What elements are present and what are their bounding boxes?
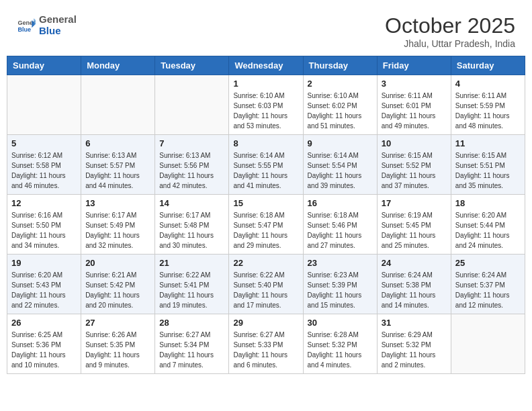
calendar-cell: 7Sunrise: 6:13 AMSunset: 5:56 PMDaylight… xyxy=(155,135,229,195)
calendar-cell: 18Sunrise: 6:20 AMSunset: 5:44 PMDayligh… xyxy=(451,195,525,255)
day-number: 27 xyxy=(85,318,150,328)
calendar-cell: 3Sunrise: 6:11 AMSunset: 6:01 PMDaylight… xyxy=(377,75,451,135)
calendar-cell: 6Sunrise: 6:13 AMSunset: 5:57 PMDaylight… xyxy=(81,135,155,195)
calendar-cell: 27Sunrise: 6:26 AMSunset: 5:35 PMDayligh… xyxy=(81,314,155,374)
day-number: 17 xyxy=(382,198,447,208)
day-number: 21 xyxy=(159,258,224,268)
weekday-header-thursday: Thursday xyxy=(303,56,377,75)
day-number: 2 xyxy=(308,79,373,89)
day-number: 25 xyxy=(455,258,521,268)
weekday-header-friday: Friday xyxy=(377,56,451,75)
day-number: 8 xyxy=(233,138,298,148)
weekday-header-monday: Monday xyxy=(81,56,155,75)
page-header: General Blue General Blue October 2025 J… xyxy=(7,7,525,52)
calendar-cell: 22Sunrise: 6:22 AMSunset: 5:40 PMDayligh… xyxy=(229,255,303,314)
svg-text:Blue: Blue xyxy=(17,26,31,33)
calendar-cell: 2Sunrise: 6:10 AMSunset: 6:02 PMDaylight… xyxy=(303,75,377,135)
day-number: 11 xyxy=(455,138,521,148)
day-info: Sunrise: 6:18 AMSunset: 5:46 PMDaylight:… xyxy=(308,210,373,250)
day-info: Sunrise: 6:11 AMSunset: 5:59 PMDaylight:… xyxy=(455,91,521,131)
day-info: Sunrise: 6:24 AMSunset: 5:37 PMDaylight:… xyxy=(455,270,521,310)
calendar-cell: 16Sunrise: 6:18 AMSunset: 5:46 PMDayligh… xyxy=(303,195,377,255)
calendar-cell: 4Sunrise: 6:11 AMSunset: 5:59 PMDaylight… xyxy=(451,75,525,135)
calendar-week-row: 12Sunrise: 6:16 AMSunset: 5:50 PMDayligh… xyxy=(7,195,525,255)
day-info: Sunrise: 6:27 AMSunset: 5:33 PMDaylight:… xyxy=(233,330,298,370)
day-info: Sunrise: 6:13 AMSunset: 5:57 PMDaylight:… xyxy=(85,150,150,191)
day-info: Sunrise: 6:23 AMSunset: 5:39 PMDaylight:… xyxy=(308,270,373,310)
calendar-cell: 29Sunrise: 6:27 AMSunset: 5:33 PMDayligh… xyxy=(229,314,303,374)
day-info: Sunrise: 6:28 AMSunset: 5:32 PMDaylight:… xyxy=(308,330,373,370)
day-info: Sunrise: 6:24 AMSunset: 5:38 PMDaylight:… xyxy=(382,270,447,310)
day-number: 13 xyxy=(85,198,150,208)
logo: General Blue General Blue xyxy=(17,13,77,36)
calendar-cell: 30Sunrise: 6:28 AMSunset: 5:32 PMDayligh… xyxy=(303,314,377,374)
day-info: Sunrise: 6:21 AMSunset: 5:42 PMDaylight:… xyxy=(85,270,150,310)
day-info: Sunrise: 6:13 AMSunset: 5:56 PMDaylight:… xyxy=(159,150,224,191)
calendar-cell: 15Sunrise: 6:18 AMSunset: 5:47 PMDayligh… xyxy=(229,195,303,255)
calendar-cell: 23Sunrise: 6:23 AMSunset: 5:39 PMDayligh… xyxy=(303,255,377,314)
calendar-cell xyxy=(7,75,81,135)
weekday-header-tuesday: Tuesday xyxy=(155,56,229,75)
day-info: Sunrise: 6:17 AMSunset: 5:48 PMDaylight:… xyxy=(159,210,224,250)
day-number: 20 xyxy=(85,258,150,268)
day-info: Sunrise: 6:14 AMSunset: 5:54 PMDaylight:… xyxy=(308,150,373,191)
calendar-cell: 21Sunrise: 6:22 AMSunset: 5:41 PMDayligh… xyxy=(155,255,229,314)
day-number: 26 xyxy=(11,318,77,328)
day-info: Sunrise: 6:27 AMSunset: 5:34 PMDaylight:… xyxy=(159,330,224,370)
calendar-cell xyxy=(451,314,525,374)
day-info: Sunrise: 6:17 AMSunset: 5:49 PMDaylight:… xyxy=(85,210,150,250)
day-number: 18 xyxy=(455,198,521,208)
calendar-cell: 24Sunrise: 6:24 AMSunset: 5:38 PMDayligh… xyxy=(377,255,451,314)
day-number: 16 xyxy=(308,198,373,208)
day-info: Sunrise: 6:18 AMSunset: 5:47 PMDaylight:… xyxy=(233,210,298,250)
day-number: 9 xyxy=(308,138,373,148)
day-number: 22 xyxy=(233,258,298,268)
title-block: October 2025 Jhalu, Uttar Pradesh, India xyxy=(385,13,515,49)
calendar-week-row: 26Sunrise: 6:25 AMSunset: 5:36 PMDayligh… xyxy=(7,314,525,374)
calendar-week-row: 1Sunrise: 6:10 AMSunset: 6:03 PMDaylight… xyxy=(7,75,525,135)
calendar-cell: 28Sunrise: 6:27 AMSunset: 5:34 PMDayligh… xyxy=(155,314,229,374)
day-info: Sunrise: 6:16 AMSunset: 5:50 PMDaylight:… xyxy=(11,210,77,250)
day-info: Sunrise: 6:22 AMSunset: 5:40 PMDaylight:… xyxy=(233,270,298,310)
calendar-cell: 11Sunrise: 6:15 AMSunset: 5:51 PMDayligh… xyxy=(451,135,525,195)
calendar-cell: 26Sunrise: 6:25 AMSunset: 5:36 PMDayligh… xyxy=(7,314,81,374)
calendar-cell: 19Sunrise: 6:20 AMSunset: 5:43 PMDayligh… xyxy=(7,255,81,314)
calendar-cell xyxy=(81,75,155,135)
calendar-cell: 5Sunrise: 6:12 AMSunset: 5:58 PMDaylight… xyxy=(7,135,81,195)
weekday-header-sunday: Sunday xyxy=(7,56,81,75)
calendar-cell: 8Sunrise: 6:14 AMSunset: 5:55 PMDaylight… xyxy=(229,135,303,195)
day-info: Sunrise: 6:26 AMSunset: 5:35 PMDaylight:… xyxy=(85,330,150,370)
day-info: Sunrise: 6:20 AMSunset: 5:44 PMDaylight:… xyxy=(455,210,521,250)
calendar-cell: 12Sunrise: 6:16 AMSunset: 5:50 PMDayligh… xyxy=(7,195,81,255)
weekday-header-wednesday: Wednesday xyxy=(229,56,303,75)
day-number: 24 xyxy=(382,258,447,268)
location: Jhalu, Uttar Pradesh, India xyxy=(385,38,515,49)
logo-icon: General Blue xyxy=(17,15,36,34)
day-number: 28 xyxy=(159,318,224,328)
day-info: Sunrise: 6:25 AMSunset: 5:36 PMDaylight:… xyxy=(11,330,77,370)
day-info: Sunrise: 6:12 AMSunset: 5:58 PMDaylight:… xyxy=(11,150,77,191)
day-number: 23 xyxy=(308,258,373,268)
day-number: 15 xyxy=(233,198,298,208)
day-info: Sunrise: 6:11 AMSunset: 6:01 PMDaylight:… xyxy=(382,91,447,131)
day-info: Sunrise: 6:20 AMSunset: 5:43 PMDaylight:… xyxy=(11,270,77,310)
logo-general-text: General xyxy=(39,13,77,25)
day-number: 31 xyxy=(382,318,447,328)
day-number: 29 xyxy=(233,318,298,328)
day-info: Sunrise: 6:29 AMSunset: 5:32 PMDaylight:… xyxy=(382,330,447,370)
day-number: 4 xyxy=(455,79,521,89)
calendar-cell: 10Sunrise: 6:15 AMSunset: 5:52 PMDayligh… xyxy=(377,135,451,195)
day-number: 3 xyxy=(382,79,447,89)
day-number: 30 xyxy=(308,318,373,328)
day-number: 10 xyxy=(382,138,447,148)
calendar-week-row: 19Sunrise: 6:20 AMSunset: 5:43 PMDayligh… xyxy=(7,255,525,314)
calendar-cell: 13Sunrise: 6:17 AMSunset: 5:49 PMDayligh… xyxy=(81,195,155,255)
calendar-cell: 25Sunrise: 6:24 AMSunset: 5:37 PMDayligh… xyxy=(451,255,525,314)
day-number: 19 xyxy=(11,258,77,268)
logo-blue-text: Blue xyxy=(39,25,77,36)
day-info: Sunrise: 6:14 AMSunset: 5:55 PMDaylight:… xyxy=(233,150,298,191)
calendar-cell: 9Sunrise: 6:14 AMSunset: 5:54 PMDaylight… xyxy=(303,135,377,195)
calendar-cell xyxy=(155,75,229,135)
day-info: Sunrise: 6:22 AMSunset: 5:41 PMDaylight:… xyxy=(159,270,224,310)
calendar-table: SundayMondayTuesdayWednesdayThursdayFrid… xyxy=(7,56,525,374)
